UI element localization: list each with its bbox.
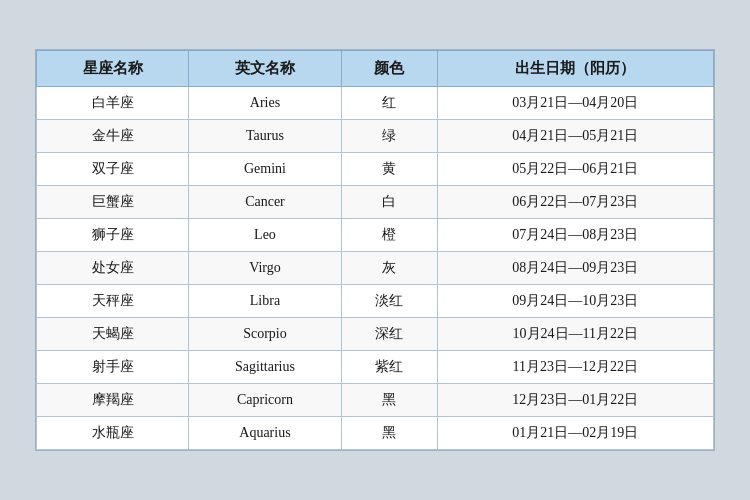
table-row: 水瓶座Aquarius黑01月21日—02月19日 [37,417,714,450]
cell-english-name: Libra [189,285,341,318]
cell-chinese-name: 巨蟹座 [37,186,189,219]
cell-english-name: Scorpio [189,318,341,351]
header-english-name: 英文名称 [189,51,341,87]
header-chinese-name: 星座名称 [37,51,189,87]
table-body: 白羊座Aries红03月21日—04月20日金牛座Taurus绿04月21日—0… [37,87,714,450]
cell-chinese-name: 射手座 [37,351,189,384]
cell-dates: 01月21日—02月19日 [437,417,713,450]
cell-color: 黑 [341,417,437,450]
header-birth-date: 出生日期（阳历） [437,51,713,87]
cell-color: 白 [341,186,437,219]
cell-color: 橙 [341,219,437,252]
cell-dates: 11月23日—12月22日 [437,351,713,384]
table-header-row: 星座名称 英文名称 颜色 出生日期（阳历） [37,51,714,87]
cell-english-name: Cancer [189,186,341,219]
table-row: 白羊座Aries红03月21日—04月20日 [37,87,714,120]
cell-english-name: Gemini [189,153,341,186]
table-row: 天秤座Libra淡红09月24日—10月23日 [37,285,714,318]
cell-dates: 12月23日—01月22日 [437,384,713,417]
cell-chinese-name: 处女座 [37,252,189,285]
header-color: 颜色 [341,51,437,87]
cell-dates: 08月24日—09月23日 [437,252,713,285]
cell-color: 绿 [341,120,437,153]
cell-english-name: Taurus [189,120,341,153]
cell-color: 灰 [341,252,437,285]
table-row: 金牛座Taurus绿04月21日—05月21日 [37,120,714,153]
cell-chinese-name: 白羊座 [37,87,189,120]
cell-color: 深红 [341,318,437,351]
cell-chinese-name: 双子座 [37,153,189,186]
cell-english-name: Sagittarius [189,351,341,384]
cell-english-name: Virgo [189,252,341,285]
table-row: 狮子座Leo橙07月24日—08月23日 [37,219,714,252]
cell-color: 红 [341,87,437,120]
cell-chinese-name: 天蝎座 [37,318,189,351]
cell-dates: 03月21日—04月20日 [437,87,713,120]
zodiac-table-container: 星座名称 英文名称 颜色 出生日期（阳历） 白羊座Aries红03月21日—04… [35,49,715,451]
cell-dates: 05月22日—06月21日 [437,153,713,186]
cell-chinese-name: 金牛座 [37,120,189,153]
cell-chinese-name: 水瓶座 [37,417,189,450]
cell-dates: 07月24日—08月23日 [437,219,713,252]
cell-chinese-name: 天秤座 [37,285,189,318]
cell-color: 黄 [341,153,437,186]
zodiac-table: 星座名称 英文名称 颜色 出生日期（阳历） 白羊座Aries红03月21日—04… [36,50,714,450]
table-row: 射手座Sagittarius紫红11月23日—12月22日 [37,351,714,384]
cell-color: 黑 [341,384,437,417]
table-row: 双子座Gemini黄05月22日—06月21日 [37,153,714,186]
table-row: 巨蟹座Cancer白06月22日—07月23日 [37,186,714,219]
cell-english-name: Aquarius [189,417,341,450]
cell-color: 淡红 [341,285,437,318]
cell-english-name: Aries [189,87,341,120]
cell-english-name: Capricorn [189,384,341,417]
table-row: 天蝎座Scorpio深红10月24日—11月22日 [37,318,714,351]
cell-dates: 09月24日—10月23日 [437,285,713,318]
table-row: 处女座Virgo灰08月24日—09月23日 [37,252,714,285]
cell-english-name: Leo [189,219,341,252]
table-row: 摩羯座Capricorn黑12月23日—01月22日 [37,384,714,417]
cell-dates: 04月21日—05月21日 [437,120,713,153]
cell-dates: 10月24日—11月22日 [437,318,713,351]
cell-color: 紫红 [341,351,437,384]
cell-chinese-name: 摩羯座 [37,384,189,417]
cell-chinese-name: 狮子座 [37,219,189,252]
cell-dates: 06月22日—07月23日 [437,186,713,219]
